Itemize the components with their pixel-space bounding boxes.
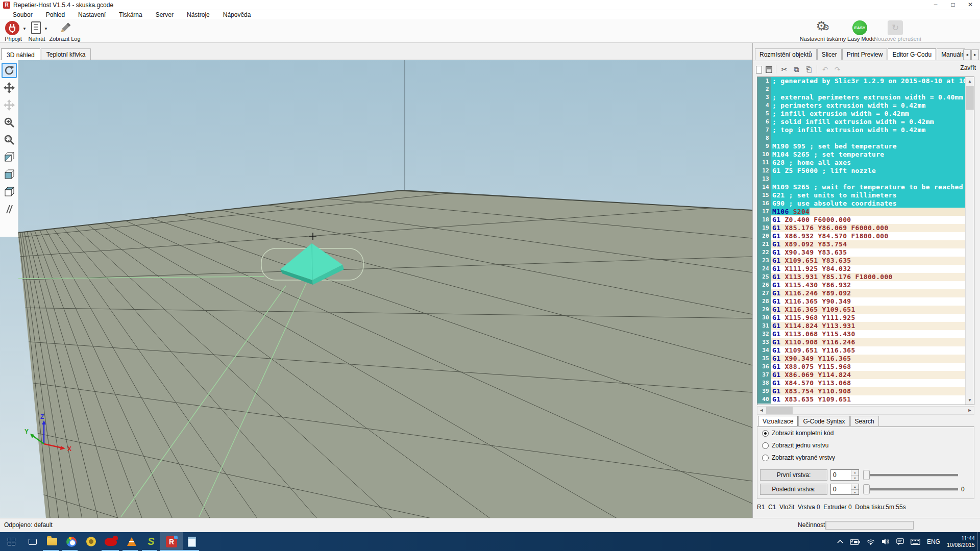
editor-vertical-scrollbar[interactable]: ▲ ▼ [965, 77, 974, 405]
first-layer-spinner[interactable]: 0▲▼ [830, 469, 859, 481]
radio-option-2[interactable]: Zobrazit vybrané vrstvy [762, 454, 835, 461]
load-button[interactable]: ▼ Nahrát [27, 20, 47, 42]
cut-icon[interactable]: ✂ [780, 65, 789, 73]
connect-button[interactable]: ▼ Připojit [1, 20, 26, 42]
radio-option-0[interactable]: Zobrazit kompletní kód [762, 430, 834, 437]
menu-server[interactable]: Server [149, 11, 180, 19]
copy-icon[interactable]: ⧉ [792, 65, 801, 74]
spinner-up-icon[interactable]: ▲ [851, 484, 859, 489]
gcode-line[interactable]: 4; perimeters extrusion width = 0.42mm [757, 102, 974, 110]
vscroll-thumb[interactable] [966, 86, 974, 110]
last-layer-button[interactable]: Poslední vrstva: [760, 484, 827, 495]
gcode-line[interactable]: 5; infill extrusion width = 0.42mm [757, 110, 974, 118]
clock[interactable]: 11:44 10/08/2015 [947, 535, 975, 548]
action-center-icon[interactable] [896, 538, 904, 545]
gcode-line[interactable]: 9M190 S95 ; set bed temperature [757, 142, 974, 151]
panel-tab-3[interactable]: Editor G-Codu [888, 48, 936, 60]
panel-tab-1[interactable]: Slicer [817, 48, 842, 60]
load-dropdown-arrow[interactable]: ▼ [44, 27, 48, 31]
gcode-line[interactable]: 15G21 ; set units to millimeters [757, 191, 974, 199]
panel-tab-2[interactable]: Print Preview [842, 48, 888, 60]
menu-nastavení[interactable]: Nastavení [71, 11, 112, 19]
gcode-line[interactable]: 32G1 X113.068 Y115.430 [757, 330, 974, 338]
easy-mode-button[interactable]: EASY Easy Mode [847, 20, 873, 42]
close-button[interactable]: ✕ [962, 0, 979, 10]
speaker-icon[interactable] [881, 538, 890, 545]
gcode-line[interactable]: 14M109 S265 ; wait for temperature to be… [757, 183, 974, 191]
gcode-line[interactable]: 21G1 X89.092 Y83.754 [757, 240, 974, 248]
show-desktop-button[interactable] [977, 532, 980, 551]
parallel-projection-button[interactable] [2, 202, 17, 217]
gcode-line[interactable]: 11G28 ; home all axes [757, 159, 974, 167]
gcode-line[interactable]: 31G1 X114.824 Y113.931 [757, 322, 974, 330]
printer-settings-button[interactable]: ⚙⚙ Nastavení tiskárny [796, 20, 849, 42]
gcode-line[interactable]: 8 [757, 134, 974, 142]
battery-icon[interactable] [850, 539, 860, 545]
task-view-button[interactable] [22, 532, 43, 551]
gcode-line[interactable]: 1; generated by Slic3r 1.2.9 on 2015-08-… [757, 77, 974, 85]
radio-icon[interactable] [762, 455, 769, 461]
slider-thumb[interactable] [863, 470, 870, 480]
taskbar-red-dog-app[interactable] [101, 532, 121, 551]
first-layer-slider[interactable] [863, 469, 958, 481]
zoom-fit-tool[interactable] [2, 132, 17, 147]
last-layer-slider[interactable] [863, 484, 958, 495]
gcode-line[interactable]: 33G1 X110.908 Y116.246 [757, 338, 974, 346]
save-file-icon[interactable] [766, 66, 772, 73]
gcode-line[interactable]: 3; external perimeters extrusion width =… [757, 93, 974, 102]
gcode-line[interactable]: 13 [757, 175, 974, 183]
gcode-line[interactable]: 22G1 X90.349 Y83.635 [757, 248, 974, 257]
gcode-line[interactable]: 12G1 Z5 F5000 ; lift nozzle [757, 167, 974, 175]
gcode-line[interactable]: 18G1 Z0.400 F6000.000 [757, 216, 974, 224]
gcode-line[interactable]: 29G1 X116.365 Y109.651 [757, 306, 974, 314]
spinner-down-icon[interactable]: ▼ [851, 475, 859, 480]
panel-tab-4[interactable]: Manuální ovládání [937, 48, 965, 60]
connect-dropdown-arrow[interactable]: ▼ [22, 27, 27, 31]
scroll-up-icon[interactable]: ▲ [966, 77, 974, 86]
taskbar-notepad[interactable] [182, 532, 202, 551]
gcode-line[interactable]: 16G90 ; use absolute coordinates [757, 199, 974, 208]
gcode-line[interactable]: 2 [757, 85, 974, 93]
taskbar-file-explorer[interactable] [42, 532, 62, 551]
gcode-line[interactable]: 23G1 X109.651 Y83.635 [757, 257, 974, 265]
gcode-line[interactable]: 27G1 X116.246 Y89.092 [757, 289, 974, 297]
viz-tab-0[interactable]: Vizualizace [758, 416, 798, 426]
zoom-in-tool[interactable] [2, 115, 17, 130]
new-file-icon[interactable] [756, 66, 762, 73]
tab-scroll-left-button[interactable]: ◄ [963, 49, 971, 60]
first-layer-button[interactable]: První vrstva: [760, 469, 827, 481]
gcode-line[interactable]: 40G1 X83.635 Y109.651 [757, 395, 974, 404]
gcode-line[interactable]: 20G1 X86.932 Y84.570 F1800.000 [757, 232, 974, 240]
slider-thumb[interactable] [863, 484, 870, 494]
gcode-line[interactable]: 36G1 X88.075 Y115.968 [757, 363, 974, 371]
gcode-line[interactable]: 6; solid infill extrusion width = 0.42mm [757, 118, 974, 126]
spinner-up-icon[interactable]: ▲ [851, 470, 859, 475]
language-indicator[interactable]: ENG [927, 538, 940, 545]
gcode-line[interactable]: 25G1 X113.931 Y85.176 F1800.000 [757, 273, 974, 281]
menu-soubor[interactable]: Soubor [6, 11, 39, 19]
scroll-left-icon[interactable]: ◄ [757, 407, 766, 414]
last-layer-spinner[interactable]: 0▲▼ [830, 484, 859, 495]
radio-option-1[interactable]: Zobrazit jednu vrstvu [762, 442, 828, 449]
wifi-icon[interactable] [867, 539, 875, 545]
gcode-line[interactable]: 30G1 X115.968 Y111.925 [757, 314, 974, 322]
gcode-editor[interactable]: 1; generated by Slic3r 1.2.9 on 2015-08-… [757, 77, 974, 405]
maximize-button[interactable]: □ [944, 0, 962, 10]
rotate-view-tool[interactable] [2, 63, 17, 78]
viz-tab-2[interactable]: Search [850, 416, 879, 426]
taskbar-chrome[interactable] [61, 532, 82, 551]
spinner-down-icon[interactable]: ▼ [851, 489, 859, 494]
taskbar-downloader[interactable] [81, 532, 101, 551]
viewport-3d[interactable]: Z X Y [0, 60, 752, 518]
gcode-line[interactable]: 28G1 X116.365 Y90.349 [757, 297, 974, 306]
taskbar-s-app[interactable]: S [141, 532, 161, 551]
start-button[interactable] [1, 532, 21, 551]
tab-scroll-right-button[interactable]: ► [971, 49, 979, 60]
gcode-line[interactable]: 24G1 X111.925 Y84.032 [757, 265, 974, 273]
menu-tiskárna[interactable]: Tiskárna [112, 11, 149, 19]
editor-horizontal-scrollbar[interactable]: ◄ ► [757, 406, 974, 415]
minimize-button[interactable]: – [927, 0, 944, 10]
top-view-button[interactable] [2, 184, 17, 199]
taskbar-repetier-host[interactable]: R [161, 532, 182, 551]
taskbar-vlc[interactable] [121, 532, 142, 551]
